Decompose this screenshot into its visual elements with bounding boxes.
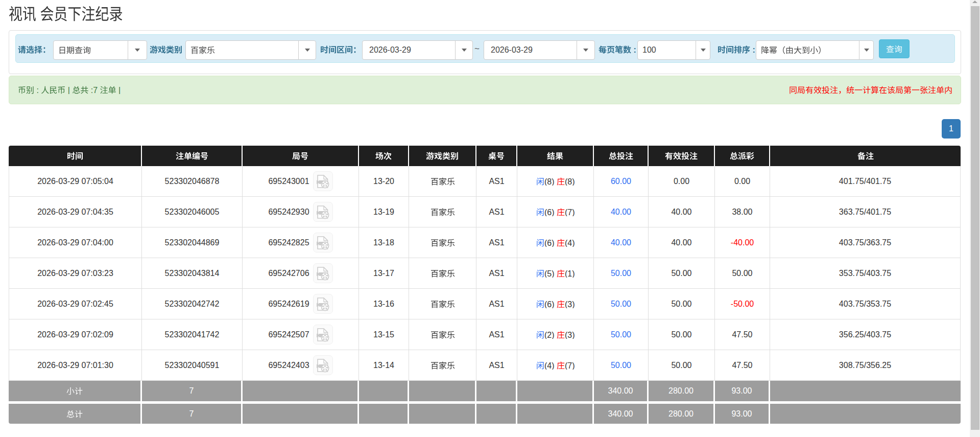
svg-text:(8): (8) [544, 177, 555, 186]
svg-text:(1): (1) [565, 269, 575, 278]
svg-text:(6): (6) [544, 208, 555, 216]
svg-text:(2): (2) [544, 331, 555, 339]
svg-text:(5): (5) [544, 269, 555, 278]
svg-text::: : [752, 45, 755, 54]
svg-text:|: | [118, 86, 121, 94]
svg-text:(8): (8) [565, 177, 575, 186]
svg-text:(6): (6) [544, 239, 555, 247]
svg-text:(4): (4) [565, 239, 575, 247]
svg-text::7: :7 [91, 86, 98, 94]
svg-text:|: | [68, 86, 70, 94]
svg-text:(3): (3) [565, 300, 575, 308]
svg-text:(7): (7) [565, 361, 575, 370]
svg-text:(4): (4) [544, 361, 555, 370]
svg-text:(7): (7) [565, 208, 575, 216]
svg-text::: : [36, 86, 38, 94]
svg-text:(3): (3) [565, 331, 575, 339]
svg-text:(6): (6) [544, 300, 555, 308]
svg-text::: : [633, 45, 636, 54]
